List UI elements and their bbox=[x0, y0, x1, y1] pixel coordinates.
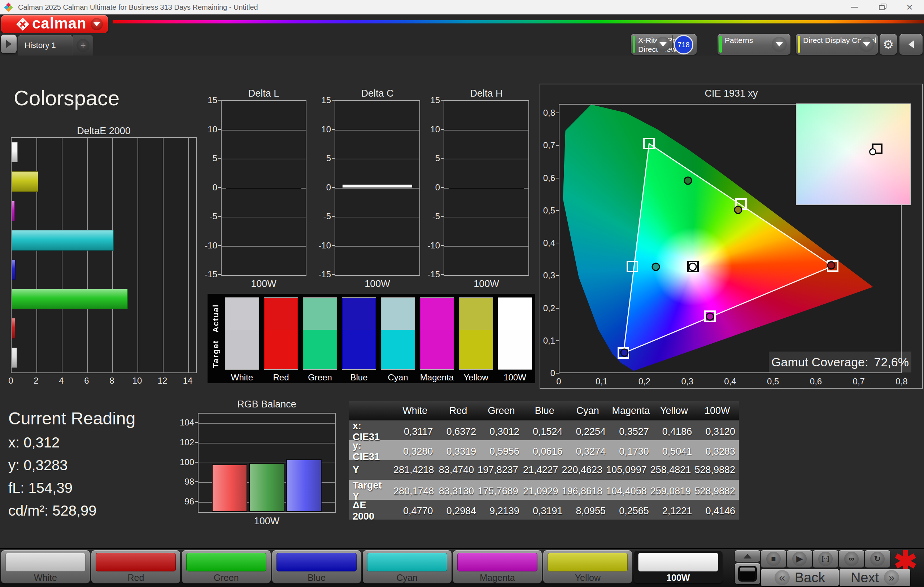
play-button[interactable]: ▶ bbox=[787, 550, 812, 567]
deltae-bar-100w bbox=[12, 348, 17, 368]
swatch-target bbox=[264, 330, 298, 369]
table-header-yellow: Yellow bbox=[653, 401, 696, 421]
cie-xtick-0,7: 0,7 bbox=[848, 377, 870, 386]
pattern-display-button[interactable] bbox=[735, 563, 760, 584]
gridline bbox=[444, 159, 528, 159]
table-value: 0,3191 bbox=[523, 500, 566, 522]
restore-icon bbox=[879, 4, 885, 10]
pattern-button-magenta[interactable]: Magenta bbox=[453, 550, 542, 584]
refresh-button[interactable]: ↻ bbox=[865, 550, 890, 567]
table-value: 83,3130 bbox=[438, 480, 478, 502]
close-button[interactable]: × bbox=[899, 0, 920, 15]
table-row[interactable]: Y281,421883,4740197,823721,4227220,46231… bbox=[349, 460, 739, 480]
cie-ytick-0,8: 0,8 bbox=[537, 108, 555, 118]
collapse-controls-button[interactable] bbox=[735, 550, 760, 562]
add-tab-button[interactable]: + bbox=[73, 35, 93, 56]
table-value: 196,8618 bbox=[562, 480, 606, 502]
tick-mark bbox=[556, 243, 559, 243]
swatch-actual bbox=[342, 298, 376, 330]
pattern-button-green[interactable]: Green bbox=[182, 550, 271, 584]
tick-mark bbox=[556, 308, 559, 309]
tick-mark bbox=[332, 158, 335, 159]
pattern-button-yellow[interactable]: Yellow bbox=[543, 550, 632, 584]
tick-mark bbox=[218, 245, 221, 246]
pattern-swatch bbox=[5, 553, 86, 572]
rgb-balance-title: RGB Balance bbox=[198, 399, 336, 410]
meter-dropdown[interactable]: X-Rite i1Pro 3Direct View 718 bbox=[631, 34, 696, 55]
rgb-tick-96: 96 bbox=[175, 497, 194, 506]
cie-xtick-0,5: 0,5 bbox=[762, 377, 784, 386]
patterns-dropdown[interactable]: Patterns bbox=[718, 34, 790, 55]
cie-xtick-0,8: 0,8 bbox=[891, 377, 912, 386]
deltae-bar-green bbox=[12, 289, 128, 309]
plus-icon: + bbox=[76, 39, 89, 52]
swatch-red bbox=[264, 298, 298, 370]
back-button[interactable]: « Back bbox=[761, 569, 839, 586]
delta-c-title: Delta C bbox=[335, 88, 420, 99]
delta_c-tick-15: 15 bbox=[312, 95, 331, 105]
pattern-button-100w[interactable]: 100W bbox=[634, 550, 723, 584]
chevron-down-icon bbox=[772, 37, 787, 52]
chevron-down-icon bbox=[655, 37, 671, 52]
swatch-white bbox=[225, 298, 259, 370]
measured-marker-blue bbox=[620, 348, 629, 357]
pattern-button-cyan[interactable]: Cyan bbox=[363, 550, 452, 584]
table-value: 0,2565 bbox=[609, 500, 653, 522]
calman-menu-button[interactable]: calman bbox=[1, 15, 108, 33]
loop-button[interactable]: ∞ bbox=[839, 550, 864, 567]
table-row[interactable]: ΔE 20000,47700,29849,21390,31918,09550,2… bbox=[349, 500, 739, 520]
tab-history-1[interactable]: History 1 bbox=[18, 35, 73, 56]
pattern-button-red[interactable]: Red bbox=[91, 550, 180, 584]
app-icon bbox=[3, 3, 13, 12]
measured-marker-green bbox=[684, 176, 692, 184]
cie-ytick-0,6: 0,6 bbox=[537, 173, 555, 183]
pattern-button-blue[interactable]: Blue bbox=[272, 550, 361, 584]
swatch-target bbox=[342, 330, 376, 369]
calman-menu-caret[interactable] bbox=[91, 18, 103, 30]
settings-button[interactable]: ⚙ bbox=[879, 34, 897, 55]
pattern-button-white[interactable]: White bbox=[1, 550, 90, 584]
tick-mark bbox=[332, 274, 335, 275]
gridline bbox=[222, 130, 306, 130]
table-value: 0,3527 bbox=[609, 421, 653, 443]
play-icon: ▶ bbox=[792, 552, 807, 566]
row-label: ΔE 2000 bbox=[349, 500, 393, 522]
tick-mark bbox=[556, 275, 559, 276]
delta-h-xlabel: 100W bbox=[444, 278, 529, 289]
gridline bbox=[335, 217, 419, 217]
delta_c-tick--10: -10 bbox=[312, 240, 331, 251]
calman-wordmark: calman bbox=[32, 15, 87, 32]
stop-button[interactable]: ■ bbox=[761, 550, 786, 567]
delta_l-tick-15: 15 bbox=[198, 95, 217, 105]
delta_c-tick-5: 5 bbox=[312, 153, 331, 163]
gridline bbox=[163, 138, 163, 372]
restore-button[interactable] bbox=[872, 0, 892, 15]
table-header-magenta: Magenta bbox=[609, 401, 653, 421]
collapse-panel-button[interactable] bbox=[899, 34, 922, 55]
minimize-button[interactable] bbox=[845, 0, 865, 15]
meter-count-badge[interactable]: 718 bbox=[674, 35, 693, 54]
rgb-bar-blue bbox=[286, 459, 322, 512]
divider bbox=[672, 35, 673, 53]
table-row[interactable]: y: CIE310,32800,33190,59560,06160,32740,… bbox=[349, 440, 739, 460]
table-row[interactable]: Target Y280,174883,3130175,768921,092919… bbox=[349, 480, 739, 500]
current-reading-title: Current Reading bbox=[8, 408, 135, 428]
history-expand-button[interactable] bbox=[1, 35, 16, 53]
next-button[interactable]: Next » bbox=[840, 569, 910, 586]
tick-mark bbox=[195, 442, 198, 443]
swatch-actual bbox=[498, 298, 532, 330]
deltae-tick-14: 14 bbox=[180, 376, 195, 386]
table-value: 528,9882 bbox=[695, 480, 739, 502]
table-row[interactable]: x: CIE310,31170,63720,30120,15240,22540,… bbox=[349, 421, 739, 440]
table-value: 0,3319 bbox=[437, 440, 480, 463]
display-control-dropdown[interactable]: Direct Display Control bbox=[796, 34, 878, 55]
next-icon: » bbox=[884, 570, 899, 585]
measured-marker-magenta bbox=[706, 312, 714, 321]
table-value: 0,3117 bbox=[393, 421, 437, 443]
rainbow-strip bbox=[112, 20, 924, 23]
tick-mark bbox=[218, 129, 221, 130]
delta_l-tick--10: -10 bbox=[198, 240, 217, 251]
tick-mark bbox=[332, 129, 335, 130]
gridline bbox=[188, 138, 189, 372]
pattern-window-button[interactable]: [··] bbox=[813, 550, 838, 567]
